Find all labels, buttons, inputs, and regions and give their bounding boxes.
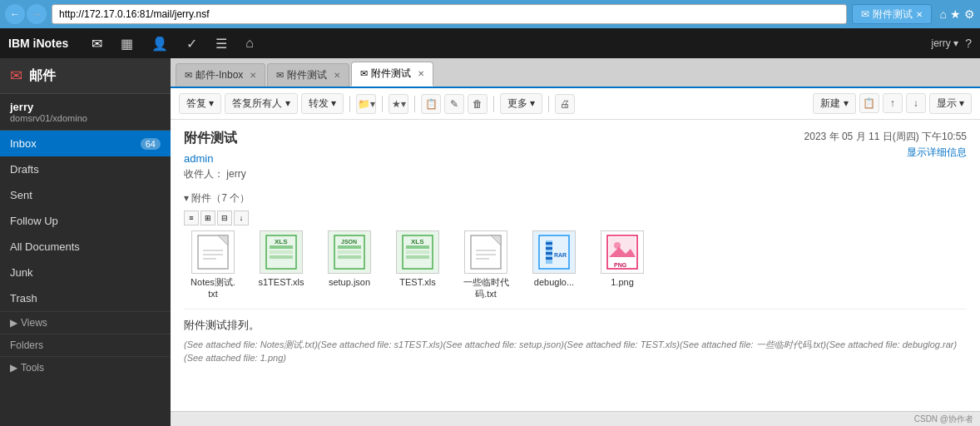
up-button[interactable]: ↑	[883, 93, 903, 113]
folder-button[interactable]: 📁▾	[356, 94, 376, 114]
folders-label: Folders	[10, 339, 43, 351]
att-icon-large[interactable]: ⊟	[217, 211, 232, 225]
help-button[interactable]: ?	[965, 37, 972, 50]
sidebar-item-inbox[interactable]: Inbox 64	[0, 131, 171, 156]
search-tab-label: 附件测试	[873, 7, 913, 22]
tab-attach1-label: 附件测试	[287, 68, 327, 82]
junk-label: Junk	[10, 266, 32, 279]
url-input[interactable]	[59, 8, 839, 20]
back-button[interactable]: ←	[5, 4, 25, 24]
svg-rect-8	[270, 255, 293, 259]
tab-attach1[interactable]: ✉ 附件测试 ✕	[267, 63, 349, 87]
more-button[interactable]: 更多 ▾	[500, 93, 542, 114]
svg-rect-11	[338, 245, 361, 249]
bottom-bar-text: CSDN @协作者	[914, 414, 973, 425]
svg-rect-18	[406, 255, 429, 259]
att-name-4: TEST.xls	[399, 276, 435, 288]
att-thumb-7: PNG	[601, 230, 644, 274]
down-button[interactable]: ↓	[906, 93, 926, 113]
att-name-5: 一些临时代码.txt	[463, 276, 509, 300]
att-thumb-6: RAR	[532, 230, 576, 274]
forward-button[interactable]: 转发 ▾	[301, 93, 344, 114]
svg-text:PNG: PNG	[614, 262, 627, 268]
star-icon[interactable]: ★	[950, 7, 961, 21]
nav-calendar-icon[interactable]: ▦	[114, 32, 140, 55]
sidebar-username: jerry	[10, 101, 161, 113]
new-button[interactable]: 新建 ▾	[813, 93, 855, 114]
att-thumb-3: JSON	[328, 230, 371, 274]
sidebar-item-trash[interactable]: Trash	[0, 285, 171, 311]
att-thumb-5	[464, 230, 507, 274]
reply-all-button[interactable]: 答复所有人 ▾	[225, 93, 297, 114]
svg-rect-17	[406, 250, 429, 254]
tab-attach1-close[interactable]: ✕	[334, 71, 340, 80]
nav-tasks-icon[interactable]: ✓	[180, 32, 204, 55]
views-label: Views	[21, 317, 47, 329]
attachment-item-2[interactable]: XLS s1TEST.xls	[252, 230, 310, 300]
svg-rect-30	[546, 257, 552, 260]
attachment-item-6[interactable]: RAR debuglo...	[525, 230, 583, 300]
reply-button[interactable]: 答复 ▾	[179, 93, 221, 114]
copy2-button[interactable]: 📋	[859, 93, 879, 113]
display-button[interactable]: 显示 ▾	[929, 93, 972, 114]
attachments-section: ▾ 附件（7 个） ≡ ⊞ ⊟ ↓	[184, 191, 967, 300]
search-tab[interactable]: ✉ 附件测试 ✕	[852, 4, 932, 24]
home-icon[interactable]: ⌂	[940, 7, 947, 21]
tab-inbox-close[interactable]: ✕	[250, 71, 256, 80]
forward-button[interactable]: →	[27, 4, 47, 24]
app-bar: IBM iNotes ✉ ▦ 👤 ✓ ☰ ⌂ jerry ▾ ?	[0, 28, 980, 58]
address-bar[interactable]	[52, 4, 847, 24]
mail-icon: ✉	[10, 67, 22, 85]
edit-button[interactable]: ✎	[444, 94, 464, 114]
tab-attach2[interactable]: ✉ 附件测试 ✕	[351, 62, 433, 87]
email-body-main: 附件测试排列。	[184, 318, 967, 333]
sidebar-item-sent[interactable]: Sent	[0, 182, 171, 208]
sidebar-item-followup[interactable]: Follow Up	[0, 208, 171, 234]
nav-notebook-icon[interactable]: ☰	[209, 32, 234, 55]
att-icon-grid[interactable]: ⊞	[200, 211, 215, 225]
att-name-2: s1TEST.xls	[258, 276, 304, 288]
svg-rect-6	[270, 245, 293, 249]
nav-home-icon[interactable]: ⌂	[239, 32, 260, 54]
svg-rect-12	[338, 250, 361, 254]
toolbar-sep5	[548, 96, 549, 112]
attachment-item-3[interactable]: JSON setup.json	[320, 230, 379, 300]
nav-contacts-icon[interactable]: 👤	[145, 32, 175, 55]
sidebar-title: 邮件	[29, 67, 56, 85]
search-tab-close[interactable]: ✕	[916, 10, 923, 19]
tab-attach2-close[interactable]: ✕	[418, 69, 424, 78]
att-thumb-2: XLS	[260, 230, 303, 274]
sidebar-section-tools[interactable]: ▶ Tools	[0, 356, 171, 379]
settings-icon[interactable]: ⚙	[964, 7, 975, 21]
nav-mail-icon[interactable]: ✉	[85, 32, 109, 55]
sidebar-item-junk[interactable]: Junk	[0, 260, 171, 285]
delete-button[interactable]: 🗑	[468, 94, 488, 114]
copy-button[interactable]: 📋	[421, 94, 441, 114]
attachment-item-1[interactable]: Notes测试.txt	[184, 230, 242, 300]
att-icon-list[interactable]: ≡	[184, 211, 199, 225]
sidebar-section-views[interactable]: ▶ Views	[0, 311, 171, 334]
email-from[interactable]: admin	[184, 152, 246, 165]
svg-text:XLS: XLS	[275, 238, 288, 245]
tools-chevron-icon: ▶	[10, 362, 17, 374]
attachment-item-4[interactable]: XLS TEST.xls	[389, 230, 447, 300]
toolbar-right: 新建 ▾ 📋 ↑ ↓ 显示 ▾	[813, 93, 972, 114]
toolbar-sep2	[382, 96, 383, 112]
inbox-label: Inbox	[10, 137, 37, 150]
att-icon-small-view[interactable]: ↓	[234, 211, 249, 225]
sidebar-section-folders[interactable]: Folders	[0, 334, 171, 356]
detail-link[interactable]: 显示详细信息	[804, 146, 967, 160]
sidebar-item-alldocs[interactable]: All Documents	[0, 234, 171, 260]
toolbar-sep1	[349, 96, 350, 112]
email-content: 附件测试 admin 收件人： jerry 2023 年 05 月 11 日(周…	[171, 120, 980, 411]
tab-inbox[interactable]: ✉ 邮件-Inbox ✕	[176, 63, 265, 87]
attachment-item-7[interactable]: PNG 1.png	[593, 230, 651, 300]
sidebar-item-drafts[interactable]: Drafts	[0, 156, 171, 182]
svg-rect-13	[338, 255, 361, 259]
user-menu[interactable]: jerry ▾	[932, 37, 959, 49]
star-button[interactable]: ★▾	[389, 94, 408, 114]
print-button[interactable]: 🖨	[555, 94, 575, 114]
browser-chrome: ← → ✉ 附件测试 ✕ ⌂ ★ ⚙	[0, 0, 980, 28]
attachment-item-5[interactable]: 一些临时代码.txt	[457, 230, 515, 300]
trash-label: Trash	[10, 292, 37, 305]
